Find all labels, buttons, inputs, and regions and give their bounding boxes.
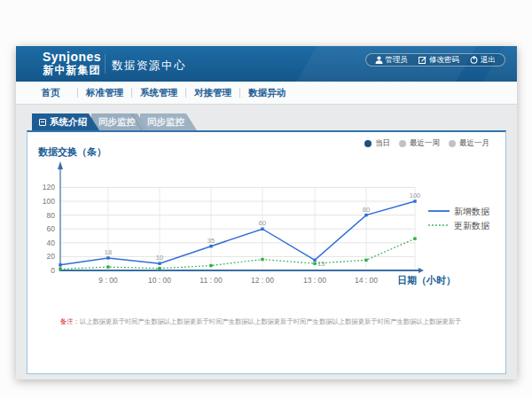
- brand-logo: Synjones 新中新集团: [38, 51, 106, 76]
- svg-text:40: 40: [47, 239, 56, 247]
- svg-text:10: 10: [156, 254, 163, 262]
- user-name: 管理员: [386, 55, 409, 66]
- svg-text:更新数据: 更新数据: [454, 221, 490, 231]
- header: Synjones 新中新集团 数据资源中心 管理员 修改密码 退出: [16, 46, 517, 82]
- svg-text:60: 60: [259, 219, 266, 227]
- nav-item-4[interactable]: 数据异动: [240, 87, 293, 99]
- user-icon: [375, 56, 383, 64]
- svg-text:80: 80: [47, 211, 56, 220]
- nav-item-1[interactable]: 标准管理: [78, 87, 131, 99]
- svg-text:120: 120: [43, 183, 55, 192]
- chart-svg: 0204060801001209 : 0010 : 0011 : 0012 : …: [27, 132, 505, 373]
- content-area: 系统介绍同步监控同步监控 当日最近一周最近一月 0204060801001209…: [16, 105, 517, 379]
- svg-text:10 : 00: 10 : 00: [148, 276, 171, 285]
- svg-text:12 : 00: 12 : 00: [251, 276, 274, 285]
- svg-text:13 : 00: 13 : 00: [303, 276, 326, 285]
- main-nav: 首页标准管理系统管理对接管理数据异动: [16, 82, 517, 105]
- svg-text:80: 80: [363, 206, 370, 214]
- user-menu[interactable]: 管理员: [375, 55, 409, 66]
- power-icon: [470, 56, 478, 64]
- svg-text:11 : 00: 11 : 00: [200, 276, 223, 285]
- svg-text:100: 100: [410, 192, 421, 200]
- logout-button[interactable]: 退出: [470, 55, 496, 66]
- svg-text:新增数据: 新增数据: [454, 207, 490, 216]
- tab-0[interactable]: 系统介绍: [32, 113, 99, 130]
- brand-logo-cn: 新中新集团: [38, 64, 106, 76]
- nav-item-3[interactable]: 对接管理: [186, 87, 239, 99]
- tab-bar: 系统介绍同步监控同步监控: [32, 113, 189, 130]
- nav-item-2[interactable]: 系统管理: [132, 87, 185, 99]
- brand-divider: [105, 54, 106, 74]
- svg-text:数据交换（条）: 数据交换（条）: [37, 146, 106, 158]
- svg-text:20: 20: [47, 252, 56, 261]
- logout-label: 退出: [481, 55, 496, 66]
- svg-text:14 : 00: 14 : 00: [355, 276, 378, 285]
- page-title: 数据资源中心: [112, 59, 186, 74]
- tab-label: 同步监控: [98, 116, 136, 129]
- tab-label: 同步监控: [147, 116, 184, 129]
- svg-text:100: 100: [43, 197, 55, 206]
- app-window: Synjones 新中新集团 数据资源中心 管理员 修改密码 退出 首页标准管理…: [16, 46, 517, 379]
- tab-label: 系统介绍: [50, 116, 87, 129]
- change-password-button[interactable]: 修改密码: [419, 55, 459, 66]
- footnote-text: 以上数据更新于时间产生数据以上数据更新于时间产生数据以上数据更新于时间产生数据以…: [80, 317, 462, 325]
- footnote: 备注：以上数据更新于时间产生数据以上数据更新于时间产生数据以上数据更新于时间产生…: [60, 317, 461, 326]
- change-password-label: 修改密码: [429, 55, 459, 66]
- svg-text:9 : 00: 9 : 00: [98, 276, 118, 285]
- brand-logo-text: Synjones: [38, 51, 106, 64]
- svg-text:35: 35: [207, 237, 215, 245]
- chart-panel: 当日最近一周最近一月 0204060801001209 : 0010 : 001…: [27, 130, 506, 374]
- svg-text:15: 15: [317, 260, 325, 268]
- svg-text:0: 0: [51, 266, 55, 275]
- user-toolbar: 管理员 修改密码 退出: [365, 53, 506, 66]
- nav-item-0[interactable]: 首页: [24, 87, 77, 99]
- svg-text:日期（小时）: 日期（小时）: [397, 275, 456, 286]
- footnote-prefix: 备注：: [60, 317, 80, 325]
- svg-text:18: 18: [105, 248, 112, 256]
- svg-text:60: 60: [47, 224, 56, 233]
- tab-2[interactable]: 同步监控: [140, 113, 197, 130]
- edit-icon: [419, 56, 426, 64]
- tab-doc-icon: [39, 119, 46, 126]
